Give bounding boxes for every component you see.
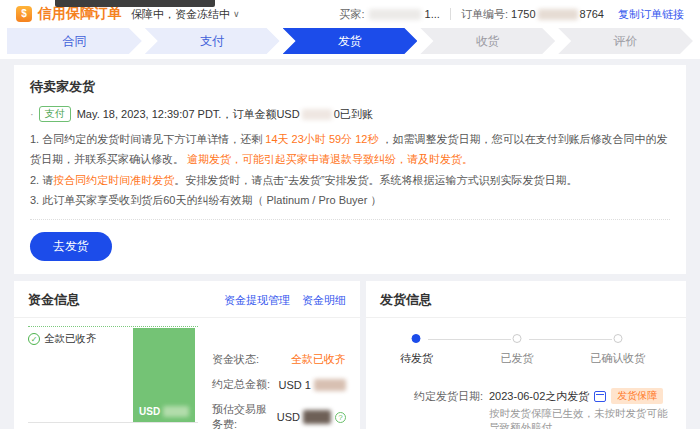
order-number-redacted (538, 9, 578, 20)
question-mark-icon[interactable]: ? (335, 412, 346, 423)
buyer-name-suffix: 1... (425, 8, 440, 20)
order-progress-steps: 合同 支付 发货 收货 评价 (0, 28, 700, 54)
step-review[interactable]: 评价 (558, 28, 693, 54)
fund-details-link[interactable]: 资金明细 (302, 293, 346, 308)
guarantee-note: 按时发货保障已生效，未按时发货可能导致额外赔付。 (489, 407, 674, 429)
fee-redacted (303, 410, 331, 424)
chart-axis (28, 422, 198, 423)
funds-panel-header: 资金信息 资金提现管理 资金明细 (14, 281, 360, 318)
check-circle-icon: ✓ (28, 333, 40, 345)
tracker-step-pending: 待发货 (400, 334, 433, 366)
order-title-bar: $ 信用保障订单 保障中，资金冻结中 ∨ 买家: 1... 订单编号: 1750… (0, 0, 700, 28)
chevron-down-icon[interactable]: ∨ (233, 9, 240, 19)
buyer-name-redacted (369, 9, 421, 20)
funds-title: 资金信息 (28, 291, 80, 309)
buyer-label: 买家: (340, 7, 365, 22)
fund-row-fee: 预估交易服务费: USD? (212, 402, 346, 429)
awaiting-shipment-card: 待卖家发货 · 支付 May. 18, 2023, 12:39:07 PDT.，… (14, 65, 686, 274)
order-status-text: 保障中，资金冻结中 (131, 7, 230, 22)
payment-tag: 支付 (39, 106, 71, 122)
order-number-suffix: 8764 (580, 8, 604, 20)
tracker-dot (613, 334, 622, 343)
overdue-warning: 逾期发货，可能引起买家申请退款导致纠纷，请及时发货。 (187, 153, 473, 165)
notice-item-1: 1. 合同约定的发货时间请见下方订单详情，还剩 14天 23小时 59分 12秒… (30, 129, 670, 170)
bullet-icon: · (30, 108, 34, 120)
tracker-line (428, 339, 511, 340)
trade-assurance-coin-icon: $ (16, 6, 32, 22)
calendar-icon (594, 391, 606, 402)
shipping-guarantee-tag: 发货保障 (611, 388, 663, 404)
bar-amount-redacted (163, 406, 189, 417)
divider (450, 8, 451, 20)
order-number-label: 订单编号: (461, 7, 508, 22)
tracker-dot (513, 334, 522, 343)
notice-list: 1. 合同约定的发货时间请见下方订单详情，还剩 14天 23小时 59分 12秒… (30, 129, 670, 210)
order-detail-page: $ 信用保障订单 保障中，资金冻结中 ∨ 买家: 1... 订单编号: 1750… (0, 0, 700, 429)
card-title: 待卖家发货 (30, 78, 670, 96)
funds-bar-chart: ✓ 全款已收齐 USD (28, 326, 198, 428)
notice-item-2: 2. 请按合同约定时间准时发货。安排发货时，请点击“去发货”安排发货。系统将根据… (30, 170, 670, 190)
tracker-step-shipped: 已发货 (501, 334, 534, 366)
page-title: 信用保障订单 (38, 5, 122, 23)
bottom-panels: 资金信息 资金提现管理 资金明细 ✓ 全款已收齐 (14, 281, 686, 429)
fund-row-total: 约定总金额: USD 1 (212, 377, 346, 392)
step-payment[interactable]: 支付 (145, 28, 280, 54)
step-receipt[interactable]: 收货 (420, 28, 555, 54)
go-ship-button[interactable]: 去发货 (30, 232, 112, 261)
tracker-step-confirmed: 已确认收货 (590, 334, 645, 366)
fund-row-status: 资金状态: 全款已收齐 (212, 352, 346, 367)
step-contract[interactable]: 合同 (7, 28, 142, 54)
funds-body: ✓ 全款已收齐 USD 资金状态: 全款已收齐 (14, 318, 360, 429)
chart-dotted-border (28, 326, 198, 327)
shipping-panel-header: 发货信息 (366, 281, 686, 318)
ship-date-value: 2023-06-02之内发货 (489, 389, 589, 404)
tracker-dot-active (412, 334, 421, 343)
order-number-prefix: 1750 (511, 8, 535, 20)
shipping-title: 发货信息 (380, 291, 432, 309)
payment-received-line: · 支付 May. 18, 2023, 12:39:07 PDT.，订单金额US… (30, 106, 670, 122)
payment-arrived-text: 0已到账 (334, 107, 373, 122)
amount-redacted (302, 109, 332, 120)
countdown: 14天 23小时 59分 12秒 (265, 133, 378, 145)
funds-bar: USD (133, 328, 195, 422)
shipping-panel: 发货信息 待发货 已发货 已确认收货 (366, 281, 686, 429)
fund-detail-rows: 资金状态: 全款已收齐 约定总金额: USD 1 预估交易服务费: USD? (198, 326, 346, 429)
funds-panel: 资金信息 资金提现管理 资金明细 ✓ 全款已收齐 (14, 281, 360, 429)
top-header-area: $ 信用保障订单 保障中，资金冻结中 ∨ 买家: 1... 订单编号: 1750… (0, 0, 700, 59)
tooltip-remnant (55, 0, 215, 7)
shipping-body: 待发货 已发货 已确认收货 约定发货日期: 2023-06-02之内发货 (366, 318, 686, 429)
copy-order-link[interactable]: 复制订单链接 (618, 7, 684, 22)
notice-item-3: 3. 此订单买家享受收到货后60天的纠纷有效期（ Platinum / Pro … (30, 190, 670, 210)
ship-date-row: 约定发货日期: 2023-06-02之内发货 发货保障 (378, 388, 674, 404)
divider (30, 219, 670, 220)
shipping-tracker: 待发货 已发货 已确认收货 (378, 334, 674, 384)
order-meta: 买家: 1... 订单编号: 1750 8764 复制订单链接 (340, 7, 684, 22)
step-shipment[interactable]: 发货 (283, 28, 418, 54)
bar-currency-label: USD (139, 406, 160, 417)
total-amount-redacted (314, 379, 346, 391)
payment-time-amount: May. 18, 2023, 12:39:07 PDT.，订单金额USD (77, 107, 300, 122)
withdraw-management-link[interactable]: 资金提现管理 (224, 293, 290, 308)
